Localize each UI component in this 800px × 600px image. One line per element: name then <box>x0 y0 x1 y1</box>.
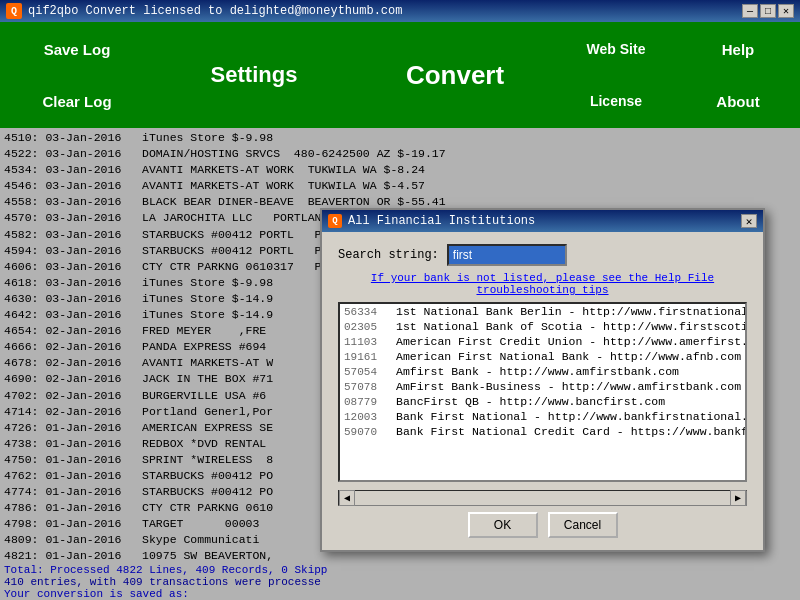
bank-list-item[interactable]: 57078AmFirst Bank-Business - http://www.… <box>340 379 745 394</box>
bank-name: 1st National Bank of Scotia - http://www… <box>396 320 747 333</box>
bank-code: 57078 <box>344 381 396 393</box>
help-link[interactable]: If your bank is not listed, please see t… <box>338 272 747 296</box>
bank-name: 1st National Bank Berlin - http://www.fi… <box>396 305 747 318</box>
modal-buttons: OK Cancel <box>338 512 747 538</box>
modal-title-bar: Q All Financial Institutions ✕ <box>322 210 763 232</box>
bank-code: 12003 <box>344 411 396 423</box>
bank-list[interactable]: 563341st National Bank Berlin - http://w… <box>338 302 747 482</box>
bank-code: 56334 <box>344 306 396 318</box>
search-input[interactable] <box>447 244 567 266</box>
search-label: Search string: <box>338 248 439 262</box>
window-title: qif2qbo Convert licensed to delighted@mo… <box>28 4 402 18</box>
scroll-right-button[interactable]: ▶ <box>730 490 746 506</box>
website-button[interactable]: Web Site <box>556 24 676 74</box>
modal-close-button[interactable]: ✕ <box>741 214 757 228</box>
toolbar: Save Log Clear Log Settings Convert Web … <box>0 22 800 128</box>
bank-code: 57054 <box>344 366 396 378</box>
bank-code: 08779 <box>344 396 396 408</box>
save-log-button[interactable]: Save Log <box>2 24 152 74</box>
window-controls: — □ ✕ <box>742 4 794 18</box>
bank-code: 11103 <box>344 336 396 348</box>
bank-list-item[interactable]: 57054Amfirst Bank - http://www.amfirstba… <box>340 364 745 379</box>
bank-list-item[interactable]: 563341st National Bank Berlin - http://w… <box>340 304 745 319</box>
about-button[interactable]: About <box>678 76 798 126</box>
bank-list-item[interactable]: 12003Bank First National - http://www.ba… <box>340 409 745 424</box>
scroll-track <box>355 491 730 505</box>
modal-all-financial-institutions: Q All Financial Institutions ✕ Search st… <box>320 208 765 552</box>
horizontal-scrollbar[interactable]: ◀ ▶ <box>338 490 747 506</box>
title-bar: Q qif2qbo Convert licensed to delighted@… <box>0 0 800 22</box>
bank-list-item[interactable]: 19161American First National Bank - http… <box>340 349 745 364</box>
bank-name: American First Credit Union - http://www… <box>396 335 747 348</box>
bank-code: 19161 <box>344 351 396 363</box>
app-icon: Q <box>6 3 22 19</box>
main-content: 4510: 03-Jan-2016 iTunes Store $-9.98452… <box>0 128 800 600</box>
maximize-button[interactable]: □ <box>760 4 776 18</box>
bank-list-item[interactable]: 59070Bank First National Credit Card - h… <box>340 424 745 439</box>
settings-button[interactable]: Settings <box>154 24 354 126</box>
close-button[interactable]: ✕ <box>778 4 794 18</box>
modal-title: All Financial Institutions <box>348 214 535 228</box>
bank-code: 59070 <box>344 426 396 438</box>
clear-log-button[interactable]: Clear Log <box>2 76 152 126</box>
minimize-button[interactable]: — <box>742 4 758 18</box>
bank-name: AmFirst Bank-Business - http://www.amfir… <box>396 380 741 393</box>
bank-list-item[interactable]: 11103American First Credit Union - http:… <box>340 334 745 349</box>
convert-button[interactable]: Convert <box>356 24 554 126</box>
scroll-left-button[interactable]: ◀ <box>339 490 355 506</box>
modal-icon: Q <box>328 214 342 228</box>
bank-name: American First National Bank - http://ww… <box>396 350 741 363</box>
help-button[interactable]: Help <box>678 24 798 74</box>
bank-code: 02305 <box>344 321 396 333</box>
bank-list-item[interactable]: 08779BancFirst QB - http://www.bancfirst… <box>340 394 745 409</box>
cancel-button[interactable]: Cancel <box>548 512 618 538</box>
bank-name: Bank First National - http://www.bankfir… <box>396 410 747 423</box>
ok-button[interactable]: OK <box>468 512 538 538</box>
license-button[interactable]: License <box>556 76 676 126</box>
bank-name: Amfirst Bank - http://www.amfirstbank.co… <box>396 365 741 378</box>
bank-name: BancFirst QB - http://www.bancfirst.com <box>396 395 741 408</box>
bank-list-item[interactable]: 023051st National Bank of Scotia - http:… <box>340 319 745 334</box>
search-row: Search string: <box>338 244 747 266</box>
bank-name: Bank First National Credit Card - https:… <box>396 425 747 438</box>
modal-body: Search string: If your bank is not liste… <box>322 232 763 550</box>
